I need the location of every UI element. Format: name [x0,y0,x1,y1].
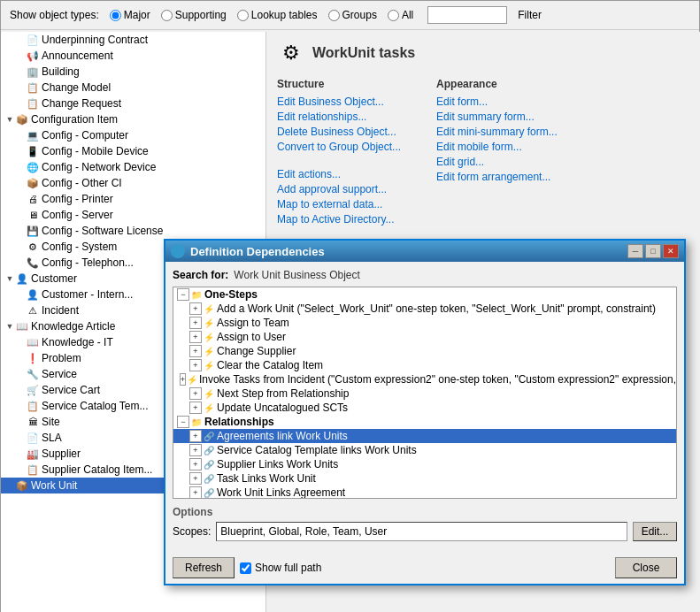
link-edit-form[interactable]: Edit form... [436,96,558,108]
structure-col: Structure Edit Business Object... Edit r… [277,78,401,228]
radio-supporting[interactable]: Supporting [161,9,227,21]
expand-workunitlinks[interactable]: + [189,486,202,499]
dialog-tree[interactable]: − 📁 One-Steps + ⚡ Add a Work Unit ("Sele… [173,287,677,499]
tree-item-changemodel[interactable]: 📋 Change Model [1,80,265,96]
maximize-button[interactable]: □ [645,244,661,258]
dtree-assignuser[interactable]: + ⚡ Assign to User [173,330,676,344]
expand-clearcatalog[interactable]: + [189,359,202,371]
tree-item-config-software[interactable]: 💾 Config - Software License [1,223,265,239]
dtree-supplierlinks[interactable]: + 🔗 Supplier Links Work Units [173,457,676,471]
link-edit-mobile[interactable]: Edit mobile form... [436,141,558,153]
icon-incident: ⚠ [26,303,40,317]
expand-updateuncat[interactable]: + [189,402,202,414]
link-edit-business[interactable]: Edit Business Object... [277,96,401,108]
minimize-button[interactable]: ─ [627,244,643,258]
dtree-onesteps[interactable]: − 📁 One-Steps [173,287,676,302]
dtree-updateuncat[interactable]: + ⚡ Update Uncatalogued SCTs [173,401,676,415]
expand-assignteam[interactable]: + [189,317,202,329]
link-edit-summary[interactable]: Edit summary form... [436,111,558,123]
expand-tasklinks[interactable]: + [189,472,202,485]
label-config-mobile: Config - Mobile Device [42,145,149,157]
radio-major[interactable]: Major [110,9,150,21]
expand-knowledge[interactable]: ▼ [4,321,15,332]
icon-nextstep: ⚡ [203,387,215,400]
edit-scopes-button[interactable]: Edit... [633,522,677,541]
scopes-value: Blueprint, Global, Role, Team, User [220,525,387,538]
link-edit-relationships[interactable]: Edit relationships... [277,111,401,123]
expand-agreementslink[interactable]: + [189,430,202,442]
close-titlebar-button[interactable]: ✕ [663,244,679,258]
link-edit-grid[interactable]: Edit grid... [436,156,558,168]
tree-item-config-computer[interactable]: 💻 Config - Computer [1,127,265,143]
expand-invoketasks[interactable]: + [180,373,186,386]
expand-workunit [4,480,15,491]
expand-addworkunit[interactable]: + [189,302,202,315]
filter-input[interactable] [427,6,507,24]
dtree-servicecataloglink[interactable]: + 🔗 Service Catalog Template links Work … [173,443,676,457]
link-map-active-directory[interactable]: Map to Active Directory... [277,213,401,226]
radio-lookup[interactable]: Lookup tables [237,9,318,21]
refresh-button[interactable]: Refresh [173,557,235,578]
tree-item-changerequest[interactable]: 📋 Change Request [1,96,265,111]
tree-item-config-network[interactable]: 🌐 Config - Network Device [1,159,265,175]
search-label: Search for: [173,269,228,281]
label-supplierlinks: Supplier Links Work Units [217,458,338,470]
expand-changesupplier[interactable]: + [189,345,202,357]
show-full-path-checkbox[interactable] [240,562,251,574]
icon-config-printer: 🖨 [26,192,40,206]
icon-knowledge: 📖 [15,319,29,333]
tree-item-configitem[interactable]: ▼ 📦 Configuration Item [1,111,265,127]
link-edit-actions[interactable]: Edit actions... [277,168,401,180]
icon-config-mobile: 📱 [26,144,40,158]
link-add-approval[interactable]: Add approval support... [277,183,401,195]
close-button[interactable]: Close [615,557,677,578]
dtree-invoketasks[interactable]: + ⚡ Invoke Tasks from Incident ("Custom … [173,372,676,386]
expand-relationships[interactable]: − [177,416,189,428]
link-edit-form-arrangement[interactable]: Edit form arrangement... [436,171,558,183]
tasks-columns: Structure Edit Business Object... Edit r… [277,78,690,228]
label-agreementslink: Agreements link Work Units [217,430,348,442]
link-map-external[interactable]: Map to external data... [277,198,401,210]
icon-config-computer: 💻 [26,128,40,142]
filter-label: Filter [518,9,542,21]
expand-supplierlinks[interactable]: + [189,458,202,470]
tree-item-announcement[interactable]: 📢 Announcement [1,48,265,64]
label-config-network: Config - Network Device [42,161,156,173]
dtree-agreementslink[interactable]: + 🔗 Agreements link Work Units [173,429,676,443]
dtree-nextstep[interactable]: + ⚡ Next Step from Relationship [173,386,676,401]
tree-item-underpinning[interactable]: 📄 Underpinning Contract [1,32,265,48]
expand-assignuser[interactable]: + [189,331,202,343]
expand-nextstep[interactable]: + [189,387,202,400]
dtree-relationships[interactable]: − 📁 Relationships [173,415,676,429]
dialog-controls: ─ □ ✕ [627,244,679,258]
appearance-heading: Appearance [436,78,558,90]
dtree-addworkunit[interactable]: + ⚡ Add a Work Unit ("Select_Work_Unit" … [173,302,676,316]
icon-workunitlinks: 🔗 [203,486,215,499]
icon-changerequest: 📋 [26,96,40,111]
link-convert-group[interactable]: Convert to Group Object... [277,141,401,153]
tree-item-config-mobile[interactable]: 📱 Config - Mobile Device [1,143,265,159]
expand-configitem[interactable]: ▼ [4,114,15,125]
icon-assignteam: ⚡ [203,317,215,329]
link-edit-mini-summary[interactable]: Edit mini-summary form... [436,126,558,138]
tree-item-config-other[interactable]: 📦 Config - Other CI [1,175,265,191]
radio-groups[interactable]: Groups [328,9,377,21]
label-updateuncat: Update Uncatalogued SCTs [217,402,348,414]
tree-item-config-server[interactable]: 🖥 Config - Server [1,207,265,223]
dtree-assignteam[interactable]: + ⚡ Assign to Team [173,316,676,330]
dtree-tasklinks[interactable]: + 🔗 Task Links Work Unit [173,471,676,486]
expand-customer[interactable]: ▼ [4,273,15,284]
icon-assignuser: ⚡ [203,331,215,343]
dialog-titlebar: Definition Dependencies ─ □ ✕ [165,241,684,262]
icon-service: 🔧 [26,367,40,381]
link-delete-business[interactable]: Delete Business Object... [277,126,401,138]
dtree-changesupplier[interactable]: + ⚡ Change Supplier [173,344,676,358]
expand-servicecataloglink[interactable]: + [189,444,202,456]
dtree-clearcatalog[interactable]: + ⚡ Clear the Catalog Item [173,358,676,372]
expand-onesteps[interactable]: − [177,288,189,301]
radio-all[interactable]: All [388,9,413,21]
tree-item-building[interactable]: 🏢 Building [1,64,265,80]
tree-item-config-printer[interactable]: 🖨 Config - Printer [1,191,265,207]
label-clearcatalog: Clear the Catalog Item [217,359,323,371]
dtree-workunitlinks[interactable]: + 🔗 Work Unit Links Agreement [173,486,676,499]
